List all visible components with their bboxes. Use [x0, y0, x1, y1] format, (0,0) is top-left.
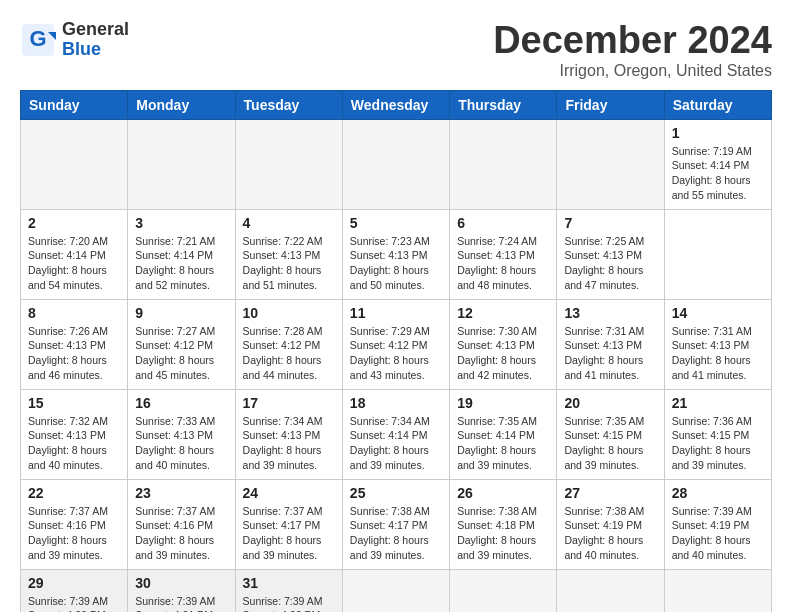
logo-general: General	[62, 20, 129, 40]
day-info: Sunrise: 7:34 AMSunset: 4:13 PMDaylight:…	[243, 414, 335, 473]
day-number: 27	[564, 485, 656, 501]
day-number: 17	[243, 395, 335, 411]
day-number: 10	[243, 305, 335, 321]
day-cell-17: 17Sunrise: 7:34 AMSunset: 4:13 PMDayligh…	[235, 389, 342, 479]
day-cell-6: 6Sunrise: 7:24 AMSunset: 4:13 PMDaylight…	[450, 209, 557, 299]
day-number: 25	[350, 485, 442, 501]
day-cell-8: 8Sunrise: 7:26 AMSunset: 4:13 PMDaylight…	[21, 299, 128, 389]
day-info: Sunrise: 7:39 AMSunset: 4:22 PMDaylight:…	[243, 594, 335, 612]
day-info: Sunrise: 7:39 AMSunset: 4:19 PMDaylight:…	[672, 504, 764, 563]
empty-cell	[557, 119, 664, 209]
day-number: 21	[672, 395, 764, 411]
day-number: 18	[350, 395, 442, 411]
day-cell-16: 16Sunrise: 7:33 AMSunset: 4:13 PMDayligh…	[128, 389, 235, 479]
day-cell-28: 28Sunrise: 7:39 AMSunset: 4:19 PMDayligh…	[664, 479, 771, 569]
empty-cell	[342, 569, 449, 612]
day-number: 24	[243, 485, 335, 501]
day-cell-10: 10Sunrise: 7:28 AMSunset: 4:12 PMDayligh…	[235, 299, 342, 389]
day-info: Sunrise: 7:39 AMSunset: 4:21 PMDaylight:…	[135, 594, 227, 612]
empty-cell	[664, 569, 771, 612]
calendar-week-5: 22Sunrise: 7:37 AMSunset: 4:16 PMDayligh…	[21, 479, 772, 569]
day-info: Sunrise: 7:35 AMSunset: 4:14 PMDaylight:…	[457, 414, 549, 473]
day-cell-11: 11Sunrise: 7:29 AMSunset: 4:12 PMDayligh…	[342, 299, 449, 389]
day-info: Sunrise: 7:39 AMSunset: 4:20 PMDaylight:…	[28, 594, 120, 612]
day-info: Sunrise: 7:20 AMSunset: 4:14 PMDaylight:…	[28, 234, 120, 293]
day-cell-13: 13Sunrise: 7:31 AMSunset: 4:13 PMDayligh…	[557, 299, 664, 389]
calendar-week-2: 2Sunrise: 7:20 AMSunset: 4:14 PMDaylight…	[21, 209, 772, 299]
day-cell-7: 7Sunrise: 7:25 AMSunset: 4:13 PMDaylight…	[557, 209, 664, 299]
day-info: Sunrise: 7:33 AMSunset: 4:13 PMDaylight:…	[135, 414, 227, 473]
day-number: 20	[564, 395, 656, 411]
day-info: Sunrise: 7:32 AMSunset: 4:13 PMDaylight:…	[28, 414, 120, 473]
day-number: 7	[564, 215, 656, 231]
calendar-week-3: 8Sunrise: 7:26 AMSunset: 4:13 PMDaylight…	[21, 299, 772, 389]
location: Irrigon, Oregon, United States	[493, 62, 772, 80]
day-cell-12: 12Sunrise: 7:30 AMSunset: 4:13 PMDayligh…	[450, 299, 557, 389]
column-header-thursday: Thursday	[450, 90, 557, 119]
day-number: 12	[457, 305, 549, 321]
day-number: 1	[672, 125, 764, 141]
day-cell-29: 29Sunrise: 7:39 AMSunset: 4:20 PMDayligh…	[21, 569, 128, 612]
day-number: 8	[28, 305, 120, 321]
day-cell-2: 2Sunrise: 7:20 AMSunset: 4:14 PMDaylight…	[21, 209, 128, 299]
month-title: December 2024	[493, 20, 772, 62]
day-cell-1: 1Sunrise: 7:19 AMSunset: 4:14 PMDaylight…	[664, 119, 771, 209]
day-number: 28	[672, 485, 764, 501]
day-cell-22: 22Sunrise: 7:37 AMSunset: 4:16 PMDayligh…	[21, 479, 128, 569]
calendar-week-4: 15Sunrise: 7:32 AMSunset: 4:13 PMDayligh…	[21, 389, 772, 479]
day-cell-19: 19Sunrise: 7:35 AMSunset: 4:14 PMDayligh…	[450, 389, 557, 479]
day-number: 31	[243, 575, 335, 591]
empty-cell	[557, 569, 664, 612]
logo-blue: Blue	[62, 40, 129, 60]
day-info: Sunrise: 7:38 AMSunset: 4:17 PMDaylight:…	[350, 504, 442, 563]
day-cell-18: 18Sunrise: 7:34 AMSunset: 4:14 PMDayligh…	[342, 389, 449, 479]
day-info: Sunrise: 7:37 AMSunset: 4:16 PMDaylight:…	[28, 504, 120, 563]
day-info: Sunrise: 7:19 AMSunset: 4:14 PMDaylight:…	[672, 144, 764, 203]
day-info: Sunrise: 7:36 AMSunset: 4:15 PMDaylight:…	[672, 414, 764, 473]
day-number: 11	[350, 305, 442, 321]
day-number: 6	[457, 215, 549, 231]
day-number: 23	[135, 485, 227, 501]
logo-icon: G	[20, 22, 56, 58]
day-cell-20: 20Sunrise: 7:35 AMSunset: 4:15 PMDayligh…	[557, 389, 664, 479]
day-number: 16	[135, 395, 227, 411]
day-number: 22	[28, 485, 120, 501]
day-info: Sunrise: 7:25 AMSunset: 4:13 PMDaylight:…	[564, 234, 656, 293]
day-cell-15: 15Sunrise: 7:32 AMSunset: 4:13 PMDayligh…	[21, 389, 128, 479]
day-info: Sunrise: 7:37 AMSunset: 4:17 PMDaylight:…	[243, 504, 335, 563]
day-info: Sunrise: 7:30 AMSunset: 4:13 PMDaylight:…	[457, 324, 549, 383]
day-number: 5	[350, 215, 442, 231]
day-info: Sunrise: 7:24 AMSunset: 4:13 PMDaylight:…	[457, 234, 549, 293]
day-number: 4	[243, 215, 335, 231]
day-cell-4: 4Sunrise: 7:22 AMSunset: 4:13 PMDaylight…	[235, 209, 342, 299]
day-info: Sunrise: 7:34 AMSunset: 4:14 PMDaylight:…	[350, 414, 442, 473]
day-info: Sunrise: 7:31 AMSunset: 4:13 PMDaylight:…	[672, 324, 764, 383]
day-info: Sunrise: 7:23 AMSunset: 4:13 PMDaylight:…	[350, 234, 442, 293]
day-cell-14: 14Sunrise: 7:31 AMSunset: 4:13 PMDayligh…	[664, 299, 771, 389]
day-cell-9: 9Sunrise: 7:27 AMSunset: 4:12 PMDaylight…	[128, 299, 235, 389]
empty-cell	[128, 119, 235, 209]
column-header-sunday: Sunday	[21, 90, 128, 119]
page-header: G General Blue December 2024 Irrigon, Or…	[20, 20, 772, 80]
column-header-saturday: Saturday	[664, 90, 771, 119]
day-number: 13	[564, 305, 656, 321]
logo: G General Blue	[20, 20, 129, 60]
day-info: Sunrise: 7:22 AMSunset: 4:13 PMDaylight:…	[243, 234, 335, 293]
day-number: 2	[28, 215, 120, 231]
title-area: December 2024 Irrigon, Oregon, United St…	[493, 20, 772, 80]
day-info: Sunrise: 7:35 AMSunset: 4:15 PMDaylight:…	[564, 414, 656, 473]
day-number: 9	[135, 305, 227, 321]
day-cell-3: 3Sunrise: 7:21 AMSunset: 4:14 PMDaylight…	[128, 209, 235, 299]
empty-cell	[342, 119, 449, 209]
day-cell-21: 21Sunrise: 7:36 AMSunset: 4:15 PMDayligh…	[664, 389, 771, 479]
day-number: 30	[135, 575, 227, 591]
column-header-friday: Friday	[557, 90, 664, 119]
svg-text:G: G	[29, 26, 46, 51]
day-cell-23: 23Sunrise: 7:37 AMSunset: 4:16 PMDayligh…	[128, 479, 235, 569]
day-cell-30: 30Sunrise: 7:39 AMSunset: 4:21 PMDayligh…	[128, 569, 235, 612]
day-cell-27: 27Sunrise: 7:38 AMSunset: 4:19 PMDayligh…	[557, 479, 664, 569]
logo-text: General Blue	[62, 20, 129, 60]
calendar-week-6: 29Sunrise: 7:39 AMSunset: 4:20 PMDayligh…	[21, 569, 772, 612]
day-cell-25: 25Sunrise: 7:38 AMSunset: 4:17 PMDayligh…	[342, 479, 449, 569]
day-number: 3	[135, 215, 227, 231]
